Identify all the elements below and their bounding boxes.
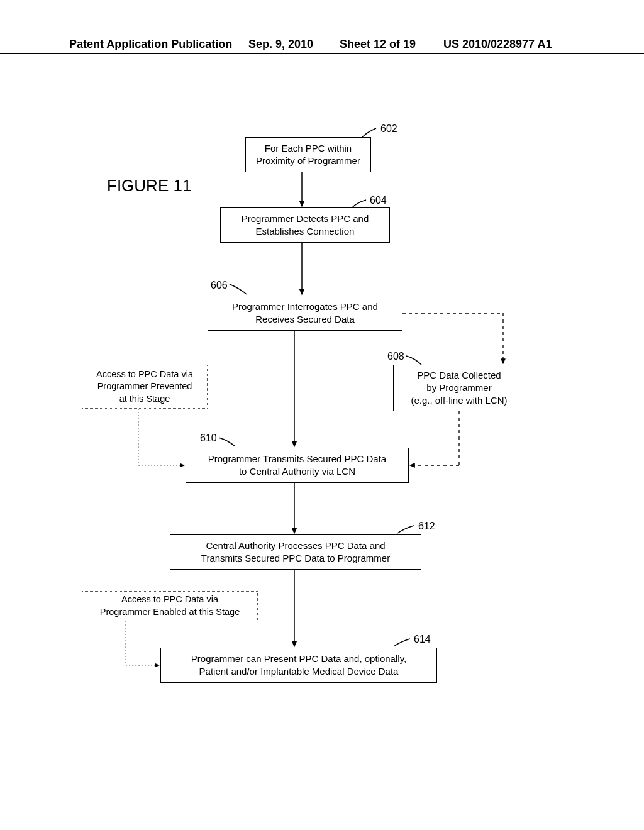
header-date: Sep. 9, 2010 xyxy=(248,38,313,51)
ref-610: 610 xyxy=(200,433,217,444)
box-614: Programmer can Present PPC Data and, opt… xyxy=(160,648,437,683)
ref-608: 608 xyxy=(387,351,404,362)
box-602: For Each PPC withinProximity of Programm… xyxy=(245,137,371,172)
box-612: Central Authority Processes PPC Data and… xyxy=(170,534,421,570)
page-header: Patent Application Publication Sep. 9, 2… xyxy=(0,49,644,54)
box-608: PPC Data Collectedby Programmer(e.g., of… xyxy=(393,365,525,411)
box-610: Programmer Transmits Secured PPC Datato … xyxy=(186,448,409,483)
ref-606: 606 xyxy=(211,280,228,291)
ref-612: 612 xyxy=(418,521,435,532)
note-prevented: Access to PPC Data viaProgrammer Prevent… xyxy=(82,365,208,409)
note-enabled: Access to PPC Data viaProgrammer Enabled… xyxy=(82,591,258,621)
ref-614: 614 xyxy=(414,634,431,645)
header-left: Patent Application Publication xyxy=(69,38,232,51)
box-606: Programmer Interrogates PPC andReceives … xyxy=(208,296,402,331)
ref-604: 604 xyxy=(370,195,387,206)
connectors xyxy=(0,0,644,830)
ref-602: 602 xyxy=(380,123,397,135)
header-pubno: US 2010/0228977 A1 xyxy=(443,38,552,51)
box-604: Programmer Detects PPC andEstablishes Co… xyxy=(220,208,390,243)
header-sheet: Sheet 12 of 19 xyxy=(340,38,416,51)
figure-title: FIGURE 11 xyxy=(107,176,191,196)
